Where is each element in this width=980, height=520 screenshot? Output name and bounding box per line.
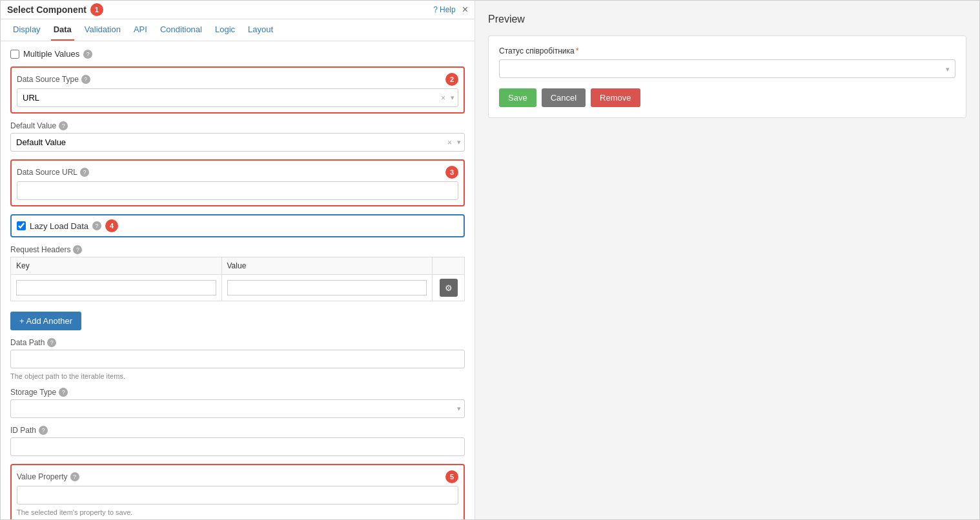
remove-button[interactable]: Remove	[591, 88, 640, 107]
remove-header-button[interactable]: ⚙	[440, 279, 458, 297]
header-key-input[interactable]	[16, 280, 216, 295]
lazy-load-section: Lazy Load Data ? 4	[10, 214, 465, 237]
title-badge: 1	[90, 3, 103, 16]
cancel-button[interactable]: Cancel	[542, 88, 586, 107]
value-property-label: Value Property	[17, 472, 68, 481]
value-property-help-icon[interactable]: ?	[70, 472, 79, 481]
default-value-clear-icon[interactable]: ×	[447, 138, 452, 147]
settings-icon: ⚙	[445, 283, 453, 293]
tab-validation[interactable]: Validation	[82, 19, 123, 41]
headers-col-action	[433, 257, 465, 275]
data-source-url-input[interactable]: /api/data-factory/staff-contains-name	[17, 181, 458, 200]
data-source-type-label-row: Data Source Type ? 2	[17, 73, 458, 86]
data-source-type-label: Data Source Type	[17, 75, 79, 84]
add-another-wrapper: + Add Another	[10, 304, 465, 330]
close-button[interactable]: ×	[462, 4, 468, 15]
lazy-load-checkbox[interactable]	[17, 221, 26, 230]
headers-table: Key Value ⚙	[10, 257, 465, 301]
data-path-section: Data Path ? The object path to the itera…	[10, 338, 465, 380]
multiple-values-checkbox[interactable]	[10, 50, 19, 59]
default-value-help-icon[interactable]: ?	[59, 121, 68, 130]
value-property-input[interactable]: staffStatusId	[17, 486, 458, 505]
value-property-section: Value Property ? 5 staffStatusId The sel…	[10, 464, 465, 519]
value-property-badge: 5	[445, 470, 458, 483]
storage-type-section: Storage Type ? ▾	[10, 388, 465, 418]
preview-title: Preview	[488, 14, 966, 25]
value-property-label-row: Value Property ? 5	[17, 470, 458, 483]
tab-conditional[interactable]: Conditional	[158, 19, 205, 41]
data-source-type-help-icon[interactable]: ?	[81, 75, 90, 84]
tabs-bar: Display Data Validation API Conditional …	[1, 19, 475, 41]
default-value-label-row: Default Value ?	[10, 121, 465, 130]
id-path-label-row: ID Path ?	[10, 426, 465, 435]
value-property-helper: The selected item's property to save.	[17, 508, 458, 516]
default-value-section: Default Value ? Default Value × ▾	[10, 121, 465, 152]
storage-type-label-row: Storage Type ?	[10, 388, 465, 397]
request-headers-help-icon[interactable]: ?	[73, 245, 82, 254]
header-value-input[interactable]	[227, 280, 427, 295]
help-link[interactable]: ? Help	[433, 5, 455, 14]
data-path-label-row: Data Path ?	[10, 338, 465, 347]
data-source-type-select[interactable]: URL Raw JSON Custom	[17, 88, 458, 107]
tab-data[interactable]: Data	[51, 19, 74, 41]
data-source-url-badge: 3	[445, 166, 458, 179]
headers-col-key: Key	[11, 257, 222, 275]
request-headers-section: Request Headers ? Key Value	[10, 245, 465, 330]
data-path-helper: The object path to the iterable items.	[10, 372, 465, 380]
default-value-select[interactable]: Default Value	[10, 133, 465, 152]
lazy-load-help-icon[interactable]: ?	[92, 221, 101, 230]
data-source-url-label: Data Source URL	[17, 168, 77, 177]
storage-type-label: Storage Type	[10, 388, 56, 397]
storage-type-select-wrapper: ▾	[10, 399, 465, 418]
default-value-label: Default Value	[10, 121, 56, 130]
tab-logic[interactable]: Logic	[212, 19, 238, 41]
multiple-values-help-icon[interactable]: ?	[83, 50, 92, 59]
question-icon: ?	[433, 5, 438, 14]
lazy-load-label: Lazy Load Data	[30, 221, 88, 231]
id-path-section: ID Path ? id	[10, 426, 465, 456]
preview-select-wrapper: ▾	[499, 59, 955, 78]
title-bar: Select Component 1 ? Help ×	[1, 1, 475, 19]
storage-type-help-icon[interactable]: ?	[59, 388, 68, 397]
storage-type-select[interactable]	[10, 399, 465, 418]
data-path-input[interactable]	[10, 350, 465, 368]
right-panel: Preview Статус співробітника * ▾ Save Ca…	[475, 1, 979, 519]
data-path-help-icon[interactable]: ?	[47, 338, 56, 347]
id-path-input[interactable]: id	[10, 437, 465, 456]
preview-field-label-text: Статус співробітника	[499, 46, 575, 55]
panel-title: Select Component	[7, 5, 87, 15]
id-path-label: ID Path	[10, 426, 36, 435]
preview-card: Статус співробітника * ▾ Save Cancel Rem…	[488, 35, 966, 118]
multiple-values-label: Multiple Values	[23, 49, 79, 59]
data-source-type-select-wrapper: URL Raw JSON Custom × ▾	[17, 88, 458, 107]
lazy-load-row: Lazy Load Data ? 4	[17, 219, 458, 232]
default-value-select-wrapper: Default Value × ▾	[10, 133, 465, 152]
table-row: ⚙	[11, 275, 465, 301]
request-headers-label: Request Headers	[10, 245, 70, 254]
data-source-url-help-icon[interactable]: ?	[80, 168, 89, 177]
required-star: *	[576, 46, 579, 55]
data-source-url-label-row: Data Source URL ? 3	[17, 166, 458, 179]
preview-field-label: Статус співробітника *	[499, 46, 955, 55]
request-headers-label-row: Request Headers ?	[10, 245, 465, 254]
data-source-type-clear-icon[interactable]: ×	[441, 94, 445, 103]
headers-col-value: Value	[221, 257, 433, 275]
add-another-button[interactable]: + Add Another	[10, 312, 81, 330]
id-path-help-icon[interactable]: ?	[39, 426, 48, 435]
tab-layout[interactable]: Layout	[245, 19, 276, 41]
data-source-type-badge: 2	[445, 73, 458, 86]
multiple-values-row: Multiple Values ?	[10, 49, 465, 59]
preview-field-select[interactable]	[500, 60, 955, 77]
lazy-load-badge: 4	[105, 219, 118, 232]
data-source-url-section: Data Source URL ? 3 /api/data-factory/st…	[10, 159, 465, 206]
data-path-label: Data Path	[10, 338, 45, 347]
action-buttons-group: Save Cancel Remove	[499, 88, 955, 107]
save-button[interactable]: Save	[499, 88, 536, 107]
tab-api[interactable]: API	[131, 19, 150, 41]
tab-display[interactable]: Display	[10, 19, 43, 41]
data-source-type-section: Data Source Type ? 2 URL Raw JSON Custom…	[10, 66, 465, 114]
